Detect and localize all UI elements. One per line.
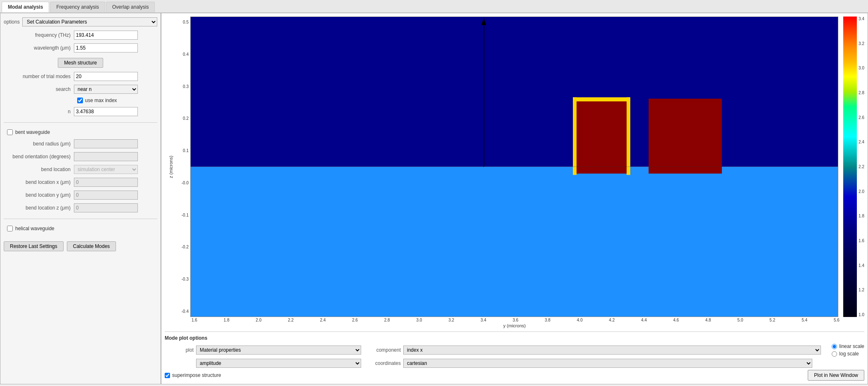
options-dropdown[interactable]: Set Calculation Parameters (22, 17, 157, 26)
search-dropdown[interactable]: near n (74, 85, 138, 94)
y-tick-1: 0.4 (177, 52, 189, 57)
colorbar-tick-8: 1.8 (859, 214, 864, 218)
divider-1 (4, 122, 157, 123)
frequency-row: frequency (THz) (4, 31, 157, 40)
mesh-structure-button[interactable]: Mesh structure (58, 58, 103, 68)
svg-rect-0 (191, 17, 838, 167)
x-tick-1: 1.8 (224, 318, 229, 322)
amplitude-dropdown[interactable]: amplitude (196, 359, 361, 368)
x-tick-0: 1.6 (192, 318, 197, 322)
calculate-modes-button[interactable]: Calculate Modes (67, 241, 116, 251)
linear-scale-label: linear scale (839, 343, 864, 349)
svg-rect-1 (191, 167, 838, 317)
frequency-input[interactable] (74, 31, 138, 40)
n-input[interactable] (74, 107, 138, 116)
restore-settings-button[interactable]: Restore Last Settings (4, 241, 64, 251)
svg-rect-6 (627, 97, 630, 175)
helical-waveguide-section: helical waveguide (7, 226, 157, 231)
bend-orientation-row: bend orientation (degrees) (4, 152, 157, 161)
plot-options-row-1: plot Material properties component index… (165, 343, 864, 357)
component-dropdown[interactable]: index x (403, 345, 821, 355)
log-scale-option: log scale (832, 351, 864, 357)
bend-location-z-input (74, 203, 138, 212)
coordinates-dropdown[interactable]: cartesian (403, 359, 812, 368)
svg-rect-7 (573, 97, 630, 101)
bent-waveguide-label: bent waveguide (15, 129, 50, 135)
options-row: options Set Calculation Parameters (4, 17, 157, 26)
x-tick-16: 4.8 (705, 318, 711, 322)
x-tick-11: 3.8 (545, 318, 551, 322)
colorbar-tick-5: 2.4 (859, 140, 864, 144)
x-tick-4: 2.4 (320, 318, 326, 322)
num-trial-modes-label: number of trial modes (4, 74, 74, 79)
helical-waveguide-label: helical waveguide (15, 226, 54, 231)
linear-scale-radio[interactable] (832, 344, 837, 349)
use-max-index-row: use max index (77, 98, 157, 103)
x-tick-8: 3.2 (448, 318, 454, 322)
x-tick-7: 3.0 (416, 318, 422, 322)
colorbar-tick-10: 1.4 (859, 263, 864, 268)
bent-waveguide-checkbox[interactable] (7, 129, 13, 135)
x-tick-13: 4.2 (609, 318, 615, 322)
colorbar-tick-6: 2.2 (859, 164, 864, 169)
num-trial-modes-input[interactable] (74, 72, 138, 81)
colorbar-tick-3: 2.8 (859, 91, 864, 95)
bend-location-x-label: bend location x (μm) (4, 179, 74, 185)
linear-scale-option: linear scale (832, 343, 864, 349)
wavelength-input[interactable] (74, 43, 138, 52)
x-tick-2: 2.0 (256, 318, 262, 322)
x-tick-18: 5.2 (769, 318, 775, 322)
bend-orientation-input (74, 152, 138, 161)
wavelength-row: wavelength (μm) (4, 43, 157, 52)
bend-location-dropdown: simulation center (74, 165, 138, 174)
y-tick-5: -0.0 (177, 181, 189, 185)
plot-label: plot (165, 347, 194, 353)
x-tick-14: 4.4 (641, 318, 647, 322)
svg-rect-4 (575, 99, 630, 174)
y-tick-9: -0.4 (177, 309, 189, 314)
y-tick-6: -0.1 (177, 213, 189, 217)
superimpose-row: superimpose structure Plot in New Window (165, 370, 864, 381)
y-tick-2: 0.3 (177, 84, 189, 89)
plot-in-new-window-button[interactable]: Plot in New Window (808, 370, 864, 381)
colorbar-gradient (843, 17, 857, 317)
bend-location-y-label: bend location y (μm) (4, 192, 74, 198)
main-container: options Set Calculation Parameters frequ… (0, 13, 868, 384)
colorbar-wrapper: 3.4 3.2 3.0 2.8 2.6 2.4 2.2 2.0 1.8 1.6 (842, 17, 864, 317)
n-label: n (4, 109, 74, 114)
log-scale-radio[interactable] (832, 351, 837, 357)
x-tick-9: 3.4 (480, 318, 486, 322)
colorbar-tick-1: 3.2 (859, 41, 864, 46)
tab-frequency-analysis[interactable]: Frequency analysis (50, 2, 105, 12)
use-max-index-checkbox[interactable] (77, 98, 83, 103)
n-row: n (4, 107, 157, 116)
plot-dropdown[interactable]: Material properties (196, 345, 361, 355)
bend-radius-input (74, 139, 138, 148)
mesh-btn-row: Mesh structure (4, 58, 157, 68)
bend-radius-row: bend radius (μm) (4, 139, 157, 148)
superimpose-checkbox[interactable] (165, 373, 170, 378)
tab-overlap-analysis[interactable]: Overlap analysis (106, 2, 155, 12)
x-tick-20: 5.6 (834, 318, 840, 322)
bend-location-x-input (74, 178, 138, 187)
y-axis-label: z (microns) (165, 17, 177, 317)
right-panel: z (microns) 0.5 0.4 0.3 0.2 0.1 -0.0 -0.… (161, 13, 868, 384)
x-axis-label: y (microns) (165, 322, 864, 329)
bend-location-y-input (74, 191, 138, 200)
mode-plot-title: Mode plot options (165, 335, 864, 341)
coordinates-label: coordinates (368, 360, 401, 366)
bend-location-z-label: bend location z (μm) (4, 205, 74, 211)
chart-with-axes: z (microns) 0.5 0.4 0.3 0.2 0.1 -0.0 -0.… (165, 17, 864, 329)
y-tick-3: 0.2 (177, 116, 189, 121)
helical-waveguide-checkbox[interactable] (7, 226, 13, 231)
x-tick-10: 3.6 (513, 318, 518, 322)
y-tick-8: -0.3 (177, 277, 189, 281)
svg-rect-5 (573, 97, 577, 175)
tab-modal-analysis[interactable]: Modal analysis (2, 2, 49, 12)
bend-location-z-row: bend location z (μm) (4, 203, 157, 212)
superimpose-label: superimpose structure (172, 372, 221, 378)
colorbar-tick-12: 1.0 (859, 312, 864, 317)
search-row: search near n (4, 85, 157, 94)
frequency-label: frequency (THz) (4, 32, 74, 38)
y-tick-4: 0.1 (177, 148, 189, 153)
